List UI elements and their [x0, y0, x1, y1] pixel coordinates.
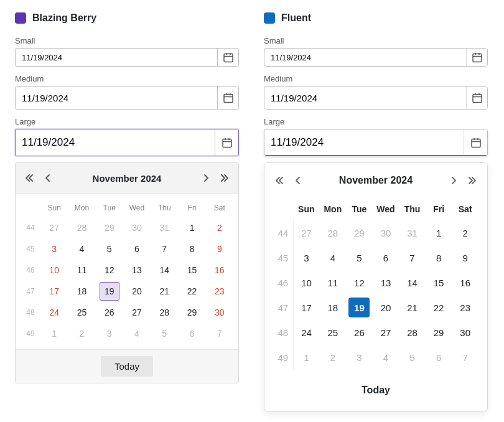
day-cell[interactable]: 15 — [178, 260, 205, 281]
date-input-small-field[interactable] — [264, 49, 466, 66]
day-cell[interactable]: 6 — [426, 345, 452, 370]
calendar-button[interactable] — [215, 129, 238, 156]
day-cell[interactable]: 6 — [123, 238, 151, 260]
day-cell[interactable]: 26 — [96, 302, 123, 323]
day-cell[interactable]: 3 — [96, 323, 123, 344]
day-cell[interactable]: 29 — [426, 320, 452, 345]
day-cell[interactable]: 27 — [373, 320, 399, 345]
day-cell[interactable]: 18 — [68, 281, 95, 302]
date-input-large-field[interactable] — [264, 129, 464, 156]
prev-year-button[interactable] — [21, 169, 38, 187]
next-year-button[interactable] — [464, 172, 481, 189]
today-button[interactable]: Today — [101, 356, 153, 377]
day-cell[interactable]: 14 — [151, 260, 178, 281]
day-cell[interactable]: 31 — [151, 217, 178, 238]
day-cell[interactable]: 28 — [68, 217, 95, 238]
day-cell[interactable]: 22 — [178, 281, 205, 302]
day-cell[interactable]: 15 — [426, 270, 452, 295]
day-cell[interactable]: 2 — [68, 323, 95, 344]
day-cell[interactable]: 21 — [399, 295, 426, 320]
day-cell[interactable]: 16 — [452, 270, 478, 295]
prev-year-button[interactable] — [271, 172, 288, 189]
day-cell[interactable]: 20 — [373, 295, 399, 320]
calendar-title[interactable]: November 2024 — [93, 173, 162, 184]
calendar-title[interactable]: November 2024 — [339, 175, 413, 186]
day-cell[interactable]: 28 — [320, 220, 347, 245]
day-cell[interactable]: 21 — [151, 281, 178, 302]
day-cell[interactable]: 22 — [426, 295, 452, 320]
day-cell[interactable]: 10 — [293, 270, 320, 295]
day-cell[interactable]: 20 — [123, 281, 151, 302]
day-cell[interactable]: 5 — [151, 323, 178, 344]
day-cell[interactable]: 8 — [178, 238, 205, 260]
date-input-medium[interactable] — [264, 86, 488, 110]
day-cell[interactable]: 30 — [123, 217, 151, 238]
day-cell[interactable]: 27 — [40, 217, 68, 238]
day-cell[interactable]: 19 — [96, 281, 123, 302]
day-cell[interactable]: 18 — [320, 295, 347, 320]
day-cell[interactable]: 30 — [206, 302, 233, 323]
day-cell[interactable]: 4 — [320, 245, 347, 270]
day-cell[interactable]: 12 — [96, 260, 123, 281]
date-input-medium-field[interactable] — [264, 87, 466, 109]
date-input-medium-field[interactable] — [16, 87, 217, 109]
date-input-large[interactable] — [15, 129, 239, 156]
day-cell[interactable]: 25 — [320, 320, 347, 345]
day-cell[interactable]: 6 — [178, 323, 205, 344]
day-cell[interactable]: 1 — [178, 217, 205, 238]
day-cell[interactable]: 7 — [151, 238, 178, 260]
day-cell[interactable]: 2 — [206, 217, 233, 238]
day-cell[interactable]: 29 — [178, 302, 205, 323]
day-cell[interactable]: 24 — [293, 320, 320, 345]
day-cell[interactable]: 1 — [40, 323, 68, 344]
day-cell[interactable]: 27 — [293, 220, 320, 245]
day-cell[interactable]: 8 — [426, 245, 452, 270]
day-cell[interactable]: 5 — [346, 245, 373, 270]
day-cell[interactable]: 13 — [373, 270, 399, 295]
next-month-button[interactable] — [197, 169, 215, 187]
date-input-medium[interactable] — [15, 86, 239, 110]
day-cell[interactable]: 29 — [96, 217, 123, 238]
day-cell[interactable]: 7 — [399, 245, 426, 270]
day-cell[interactable]: 10 — [40, 260, 68, 281]
day-cell[interactable]: 17 — [293, 295, 320, 320]
day-cell[interactable]: 3 — [293, 245, 320, 270]
day-cell[interactable]: 6 — [373, 245, 399, 270]
date-input-small[interactable] — [264, 48, 488, 67]
day-cell[interactable]: 3 — [40, 238, 68, 260]
day-cell[interactable]: 23 — [206, 281, 233, 302]
calendar-button[interactable] — [217, 87, 238, 109]
date-input-small[interactable] — [15, 48, 239, 67]
day-cell[interactable]: 11 — [68, 260, 95, 281]
day-cell[interactable]: 30 — [452, 320, 478, 345]
day-cell[interactable]: 31 — [399, 220, 426, 245]
day-cell[interactable]: 29 — [346, 220, 373, 245]
day-cell[interactable]: 9 — [206, 238, 233, 260]
day-cell[interactable]: 28 — [151, 302, 178, 323]
day-cell[interactable]: 3 — [346, 345, 373, 370]
next-month-button[interactable] — [445, 172, 462, 189]
day-cell[interactable]: 23 — [452, 295, 478, 320]
day-cell[interactable]: 11 — [320, 270, 347, 295]
date-input-large[interactable] — [264, 129, 488, 156]
prev-month-button[interactable] — [39, 169, 57, 187]
day-cell[interactable]: 16 — [206, 260, 233, 281]
day-cell[interactable]: 4 — [123, 323, 151, 344]
calendar-button[interactable] — [217, 49, 238, 66]
day-cell[interactable]: 5 — [96, 238, 123, 260]
day-cell[interactable]: 7 — [206, 323, 233, 344]
date-input-large-field[interactable] — [16, 129, 215, 156]
prev-month-button[interactable] — [289, 172, 307, 189]
day-cell[interactable]: 14 — [399, 270, 426, 295]
day-cell[interactable]: 30 — [373, 220, 399, 245]
day-cell[interactable]: 24 — [40, 302, 68, 323]
next-year-button[interactable] — [216, 169, 233, 187]
day-cell[interactable]: 1 — [426, 220, 452, 245]
calendar-button[interactable] — [466, 49, 487, 66]
day-cell[interactable]: 27 — [123, 302, 151, 323]
day-cell[interactable]: 13 — [123, 260, 151, 281]
day-cell[interactable]: 26 — [346, 320, 373, 345]
day-cell[interactable]: 2 — [320, 345, 347, 370]
day-cell[interactable]: 2 — [452, 220, 478, 245]
day-cell[interactable]: 4 — [68, 238, 95, 260]
